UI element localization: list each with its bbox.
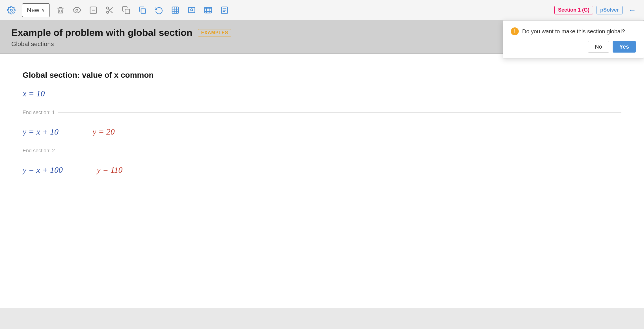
table-icon[interactable] xyxy=(170,5,181,16)
end-section-2-line xyxy=(58,151,621,151)
equation-row-3: y = x + 100 y = 110 xyxy=(23,165,621,175)
duplicate-icon[interactable] xyxy=(137,5,148,16)
new-button[interactable]: New ∨ xyxy=(22,3,50,17)
svg-rect-9 xyxy=(125,9,129,14)
new-button-label: New xyxy=(27,7,39,14)
svg-rect-16 xyxy=(189,7,195,13)
equation-row-2: y = x + 10 y = 20 xyxy=(23,127,621,137)
no-button[interactable]: No xyxy=(588,41,609,53)
collapse-icon[interactable] xyxy=(88,5,99,16)
copy-icon[interactable] xyxy=(120,5,132,16)
chevron-down-icon: ∨ xyxy=(42,7,45,13)
equation-3-left: y = x + 100 xyxy=(23,165,63,175)
film-icon[interactable] xyxy=(202,5,214,16)
svg-point-1 xyxy=(76,9,78,11)
svg-line-8 xyxy=(108,9,110,10)
global-section-dialog: ! Do you want to make this section globa… xyxy=(503,20,644,59)
toolbar-right: Section 1 (G) pSolver ← xyxy=(554,5,638,16)
eye-icon[interactable] xyxy=(71,5,83,16)
popup-question-row: ! Do you want to make this section globa… xyxy=(511,27,636,35)
end-section-2: End section: 2 xyxy=(23,148,621,154)
section-title: Global section: value of x common xyxy=(23,71,621,80)
refresh-icon[interactable] xyxy=(153,5,165,16)
page-title: Example of problem with global section xyxy=(11,27,192,38)
svg-line-7 xyxy=(111,11,113,13)
end-section-1-line xyxy=(58,112,621,113)
svg-point-0 xyxy=(10,9,12,11)
svg-rect-11 xyxy=(172,7,179,13)
back-button[interactable]: ← xyxy=(626,5,638,16)
yes-button[interactable]: Yes xyxy=(613,41,636,53)
checklist-icon[interactable] xyxy=(219,5,230,16)
svg-point-17 xyxy=(191,9,193,11)
gear-icon[interactable] xyxy=(6,5,17,16)
svg-rect-19 xyxy=(205,7,212,13)
psolver-badge[interactable]: pSolver xyxy=(597,6,623,14)
equation-2-left: y = x + 10 xyxy=(23,127,59,137)
svg-point-5 xyxy=(107,11,109,13)
examples-badge: EXAMPLES xyxy=(198,29,231,36)
svg-rect-10 xyxy=(141,9,146,13)
equation-1: x = 10 xyxy=(23,89,621,98)
info-icon: ! xyxy=(511,27,519,35)
camera-icon[interactable] xyxy=(186,5,197,16)
section-badge[interactable]: Section 1 (G) xyxy=(554,6,593,14)
equation-3-right: y = 110 xyxy=(97,165,122,175)
popup-question-text: Do you want to make this section global? xyxy=(522,28,625,35)
main-content: Global section: value of x common x = 10… xyxy=(0,54,644,308)
delete-icon[interactable] xyxy=(55,5,66,16)
toolbar: New ∨ xyxy=(0,0,644,20)
popup-buttons: No Yes xyxy=(511,41,636,53)
scissors-icon[interactable] xyxy=(104,5,115,16)
end-section-1: End section: 1 xyxy=(23,110,621,116)
equation-2-right: y = 20 xyxy=(92,127,115,137)
svg-point-4 xyxy=(107,7,109,9)
